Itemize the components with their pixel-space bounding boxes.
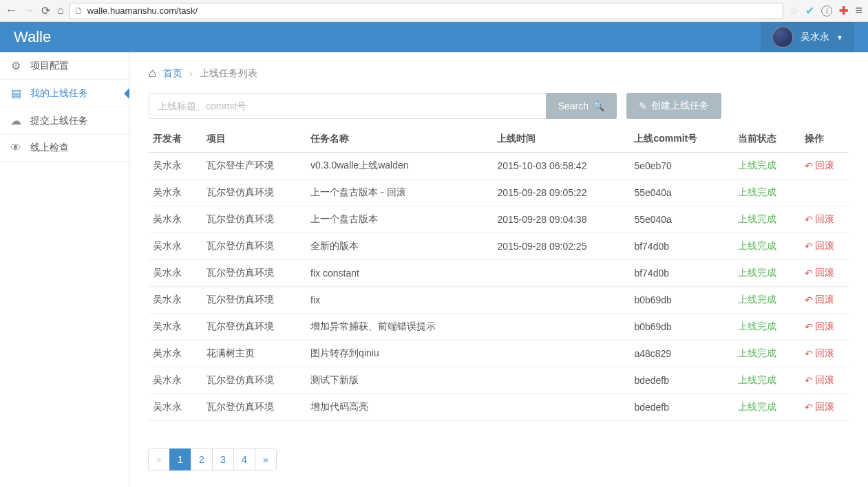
- th-developer: 开发者: [149, 126, 202, 153]
- avatar: [772, 26, 794, 48]
- cell-deploy_time: [493, 287, 630, 314]
- cell-task_name: 增加异常捕获、前端错误提示: [306, 314, 493, 340]
- sidebar-item-label: 项目配置: [30, 60, 69, 72]
- cell-task_name: fix: [306, 287, 493, 314]
- cell-commit: b0b69db: [630, 287, 734, 314]
- cell-action: ↶回滚: [801, 260, 849, 287]
- forward-icon[interactable]: →: [23, 4, 34, 17]
- cell-developer: 吴水永: [149, 394, 202, 421]
- th-commit: 上线commit号: [630, 126, 734, 153]
- cell-action: ↶回滚: [801, 287, 849, 314]
- cell-deploy_time: 2015-09-28 09:04:38: [493, 206, 630, 233]
- back-icon[interactable]: ←: [6, 4, 17, 17]
- caret-down-icon: ▼: [836, 34, 843, 41]
- extension-v-icon[interactable]: ✔: [805, 4, 814, 17]
- cell-status: 上线完成: [734, 367, 800, 394]
- bookmark-star-icon[interactable]: ☆: [789, 4, 798, 17]
- breadcrumb-current: 上线任务列表: [200, 67, 257, 80]
- th-task-name: 任务名称: [306, 126, 493, 153]
- cell-commit: 55e040a: [630, 206, 734, 233]
- search-button[interactable]: Search 🔍: [546, 93, 617, 119]
- cell-project: 瓦尔登仿真环境: [202, 394, 306, 421]
- sidebar-item-label: 提交上线任务: [30, 115, 88, 127]
- rollback-link[interactable]: ↶回滚: [805, 401, 834, 413]
- sidebar-item-2[interactable]: ☁提交上线任务: [0, 107, 129, 135]
- extension-plus-icon[interactable]: ✚: [839, 4, 848, 17]
- sidebar-item-1[interactable]: ▤我的上线任务: [0, 80, 129, 107]
- task-table: 开发者 项目 任务名称 上线时间 上线commit号 当前状态 操作 吴水永瓦尔…: [149, 126, 849, 421]
- cell-status: 上线完成: [734, 153, 800, 180]
- th-status: 当前状态: [734, 126, 800, 153]
- th-action: 操作: [801, 126, 849, 153]
- breadcrumb-home-icon[interactable]: ⌂: [149, 66, 156, 80]
- undo-icon: ↶: [805, 294, 813, 305]
- sidebar-item-label: 线上检查: [30, 142, 69, 154]
- cell-task_name: 上一个盘古版本: [306, 206, 493, 233]
- create-button-label: 创建上线任务: [651, 100, 709, 112]
- rollback-link[interactable]: ↶回滚: [805, 374, 834, 387]
- search-button-label: Search: [558, 100, 589, 111]
- rollback-link[interactable]: ↶回滚: [805, 294, 834, 306]
- brand-logo[interactable]: Walle: [14, 28, 51, 46]
- rollback-label: 回滚: [815, 213, 834, 226]
- search-input[interactable]: [149, 93, 546, 119]
- table-row: 吴水永瓦尔登仿真环境上一个盘古版本 - 回滚2015-09-28 09:05:2…: [149, 180, 849, 206]
- url-text: walle.huamanshu.com/task/: [87, 6, 198, 16]
- cell-deploy_time: 2015-09-28 09:02:25: [493, 233, 630, 260]
- undo-icon: ↶: [805, 375, 813, 386]
- rollback-link[interactable]: ↶回滚: [805, 347, 834, 360]
- cell-status: 上线完成: [734, 314, 800, 340]
- cell-developer: 吴水永: [149, 260, 202, 287]
- info-icon[interactable]: i: [821, 6, 832, 17]
- search-icon: 🔍: [593, 100, 604, 111]
- rollback-link[interactable]: ↶回滚: [805, 160, 834, 172]
- reload-icon[interactable]: ⟳: [41, 4, 50, 17]
- undo-icon: ↶: [805, 402, 813, 413]
- table-row: 吴水永瓦尔登生产环境v0.3.0walle上线walden2015-10-03 …: [149, 153, 849, 180]
- cell-action: ↶回滚: [801, 233, 849, 260]
- th-deploy-time: 上线时间: [493, 126, 630, 153]
- cell-deploy_time: [493, 340, 630, 367]
- breadcrumb-separator: ›: [189, 68, 193, 79]
- rollback-link[interactable]: ↶回滚: [805, 240, 834, 252]
- cell-status: 上线完成: [734, 233, 800, 260]
- cell-deploy_time: 2015-10-03 06:58:42: [493, 153, 630, 180]
- page-4[interactable]: 4: [233, 448, 255, 470]
- cloud-upload-icon: ☁: [10, 114, 22, 127]
- cell-deploy_time: [493, 394, 630, 421]
- undo-icon: ↶: [805, 268, 813, 279]
- cell-status: 上线完成: [734, 340, 800, 367]
- page-«: «: [148, 448, 170, 470]
- page-2[interactable]: 2: [191, 448, 213, 470]
- cell-commit: 5e0eb70: [630, 153, 734, 180]
- page-3[interactable]: 3: [212, 448, 234, 470]
- create-task-button[interactable]: ✎ 创建上线任务: [626, 93, 721, 119]
- rollback-link[interactable]: ↶回滚: [805, 213, 834, 226]
- page-1[interactable]: 1: [169, 448, 191, 470]
- hamburger-menu-icon[interactable]: ≡: [855, 3, 862, 18]
- rollback-link[interactable]: ↶回滚: [805, 267, 834, 279]
- rollback-label: 回滚: [815, 321, 834, 333]
- cell-project: 瓦尔登仿真环境: [202, 260, 306, 287]
- user-menu[interactable]: 吴水永 ▼: [761, 22, 854, 52]
- page-»[interactable]: »: [255, 448, 277, 470]
- cell-project: 花满树主页: [202, 340, 306, 367]
- cell-commit: bdedefb: [630, 394, 734, 421]
- url-bar[interactable]: 🗋 walle.huamanshu.com/task/: [70, 3, 784, 19]
- table-row: 吴水永瓦尔登仿真环境测试下新版bdedefb上线完成↶回滚: [149, 367, 849, 394]
- breadcrumb-home-link[interactable]: 首页: [163, 67, 182, 80]
- sidebar-item-3[interactable]: 👁线上检查: [0, 135, 129, 162]
- cell-commit: 55e040a: [630, 180, 734, 206]
- sidebar-item-0[interactable]: ⚙项目配置: [0, 52, 129, 80]
- cell-task_name: 上一个盘古版本 - 回滚: [306, 180, 493, 206]
- cell-status: 上线完成: [734, 287, 800, 314]
- table-row: 吴水永瓦尔登仿真环境fixb0b69db上线完成↶回滚: [149, 287, 849, 314]
- cell-commit: bf74d0b: [630, 260, 734, 287]
- rollback-link[interactable]: ↶回滚: [805, 321, 834, 333]
- home-icon[interactable]: ⌂: [57, 4, 64, 17]
- cell-developer: 吴水永: [149, 206, 202, 233]
- undo-icon: ↶: [805, 321, 813, 332]
- rollback-label: 回滚: [815, 160, 834, 172]
- cell-action: ↶回滚: [801, 314, 849, 340]
- cell-developer: 吴水永: [149, 340, 202, 367]
